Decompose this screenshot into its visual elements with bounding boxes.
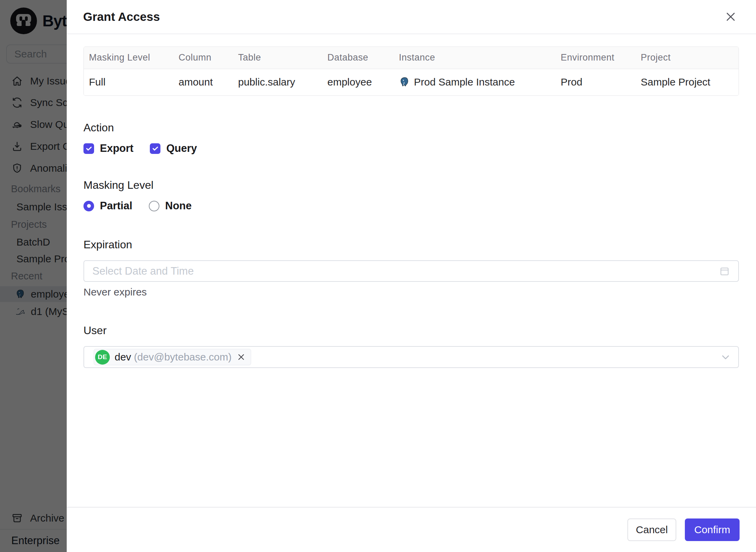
postgresql-icon: [399, 76, 410, 88]
cell-table: public.salary: [233, 69, 322, 95]
radio-label: Partial: [100, 200, 132, 212]
cell-instance: Prod Sample Instance: [394, 69, 556, 95]
masking-section-title: Masking Level: [83, 179, 739, 192]
checkbox-label: Query: [166, 142, 197, 155]
remove-user-icon[interactable]: [236, 352, 246, 362]
checkbox-checked-icon: [83, 143, 94, 154]
radio-unselected-icon: [149, 201, 159, 211]
query-checkbox[interactable]: Query: [150, 142, 197, 155]
column-header-column: Column: [173, 47, 233, 69]
grant-access-modal: Grant Access Masking Level Column Table …: [67, 0, 756, 552]
close-icon[interactable]: [723, 9, 738, 24]
modal-footer: Cancel Confirm: [67, 507, 756, 552]
action-checkbox-group: Export Query: [83, 142, 739, 155]
column-header-masking-level: Masking Level: [84, 47, 173, 69]
cell-database: employee: [322, 69, 394, 95]
resource-table: Masking Level Column Table Database Inst…: [83, 47, 739, 96]
expiration-date-input[interactable]: Select Date and Time: [83, 260, 739, 282]
column-header-instance: Instance: [394, 47, 556, 69]
modal-header: Grant Access: [67, 0, 756, 34]
action-section-title: Action: [83, 121, 739, 134]
table-row: Full amount public.salary employee Prod …: [84, 69, 739, 95]
cell-environment: Prod: [556, 69, 636, 95]
column-header-database: Database: [322, 47, 394, 69]
user-name: dev: [115, 351, 131, 363]
cancel-button[interactable]: Cancel: [627, 518, 676, 541]
avatar: DE: [95, 350, 110, 365]
column-header-environment: Environment: [556, 47, 636, 69]
table-header-row: Masking Level Column Table Database Inst…: [84, 47, 739, 69]
modal-body: Masking Level Column Table Database Inst…: [67, 34, 756, 507]
selected-user-tag: DE dev (dev@bytebase.com): [94, 349, 251, 365]
instance-name: Prod Sample Instance: [414, 76, 515, 88]
none-radio[interactable]: None: [149, 200, 192, 212]
partial-radio[interactable]: Partial: [83, 200, 132, 212]
cell-masking-level: Full: [84, 69, 173, 95]
chevron-down-icon: [720, 351, 731, 363]
column-header-project: Project: [636, 47, 739, 69]
masking-radio-group: Partial None: [83, 200, 739, 212]
radio-selected-icon: [83, 201, 94, 211]
confirm-button[interactable]: Confirm: [685, 518, 740, 541]
date-input-placeholder: Select Date and Time: [92, 265, 194, 277]
export-checkbox[interactable]: Export: [83, 142, 133, 155]
user-email: (dev@bytebase.com): [134, 351, 232, 363]
cell-project: Sample Project: [636, 69, 739, 95]
calendar-icon: [719, 266, 730, 277]
cell-column: amount: [173, 69, 233, 95]
expiration-section-title: Expiration: [83, 238, 739, 251]
checkbox-label: Export: [100, 142, 133, 155]
expiration-note: Never expires: [83, 286, 739, 298]
column-header-table: Table: [233, 47, 322, 69]
user-select[interactable]: DE dev (dev@bytebase.com): [83, 346, 739, 368]
user-section-title: User: [83, 324, 739, 337]
radio-label: None: [165, 200, 192, 212]
checkbox-checked-icon: [150, 143, 160, 154]
modal-title: Grant Access: [83, 10, 160, 24]
